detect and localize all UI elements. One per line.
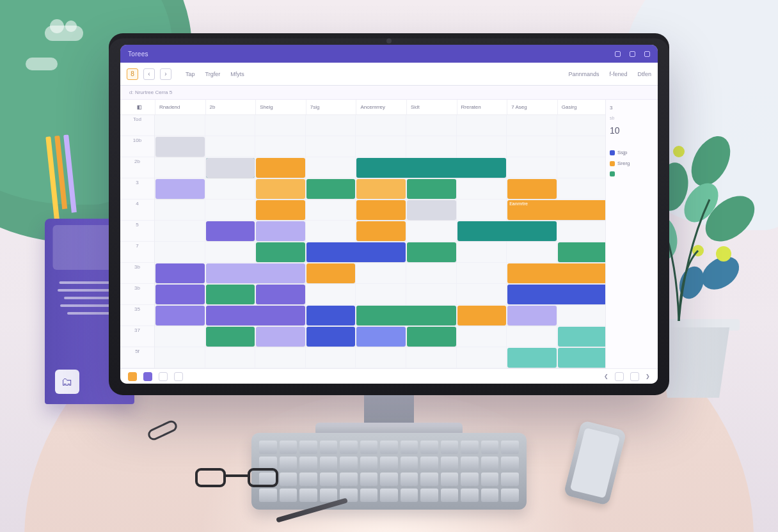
next-button[interactable]: › — [160, 68, 171, 80]
keyboard-prop — [251, 433, 527, 510]
time-slot: 10b — [120, 136, 154, 157]
calendar-event[interactable] — [306, 327, 356, 347]
calendar-event[interactable] — [256, 200, 305, 220]
calendar-event[interactable] — [256, 327, 305, 347]
calendar-event[interactable] — [457, 306, 507, 325]
calendar-event[interactable] — [558, 327, 607, 347]
calendar-event[interactable] — [507, 179, 557, 199]
time-slot: 5f — [120, 347, 154, 368]
calendar-event[interactable] — [306, 306, 356, 325]
window-max-icon[interactable] — [630, 51, 635, 57]
calendar-event[interactable] — [356, 221, 406, 241]
calendar-event[interactable] — [306, 179, 356, 199]
calendar-event[interactable] — [457, 221, 557, 241]
today-button[interactable]: 8 — [127, 68, 138, 80]
col-6[interactable]: Sidt — [406, 100, 457, 114]
calendar-event[interactable] — [356, 306, 456, 325]
calendar-event[interactable] — [256, 242, 305, 262]
calendar-event[interactable] — [256, 158, 305, 178]
calendar-event[interactable] — [155, 137, 205, 157]
calendar-event[interactable] — [507, 348, 557, 368]
calendar-event[interactable] — [206, 306, 305, 325]
time-slot: 35 — [120, 305, 154, 326]
calendar-event[interactable] — [407, 200, 456, 220]
calendar-event[interactable] — [407, 327, 456, 347]
tab-1[interactable]: Tap — [186, 71, 195, 77]
calendar-event[interactable] — [306, 242, 406, 262]
monitor-frame: Torees 8 ‹ › Tap Trgfer Mfyts Pannmands … — [109, 33, 669, 395]
col-9[interactable]: Gasirg — [557, 100, 608, 114]
calendar-event[interactable] — [558, 242, 607, 262]
window-close-icon[interactable] — [644, 51, 650, 57]
view-2[interactable]: f-fened — [609, 71, 627, 77]
calendar-event[interactable] — [206, 221, 255, 241]
side-top: 3 — [610, 105, 654, 111]
time-slot: 37 — [120, 326, 154, 347]
tab-2[interactable]: Trgfer — [205, 71, 221, 77]
legend-item[interactable]: Srerg — [610, 160, 654, 166]
pager-1[interactable] — [615, 372, 624, 381]
calendar-event[interactable]: Eanmrtre — [507, 200, 607, 220]
legend-item[interactable] — [610, 171, 654, 176]
side-big-number: 10 — [610, 125, 654, 136]
window-min-icon[interactable] — [615, 51, 621, 57]
calendar-event[interactable] — [356, 158, 506, 178]
pager-prev[interactable]: ❮ — [604, 373, 608, 379]
calendar-event[interactable] — [206, 327, 255, 347]
view-1[interactable]: Pannmands — [568, 71, 599, 77]
calendar-event[interactable] — [155, 306, 205, 325]
window-titlebar: Torees — [120, 45, 658, 63]
status-icon[interactable] — [159, 372, 168, 381]
calendar-event[interactable] — [256, 179, 305, 199]
glasses-prop — [195, 468, 278, 494]
pager-next[interactable]: ❯ — [646, 373, 650, 379]
time-slot: 7 — [120, 242, 154, 263]
breadcrumb: d: Nrurtree Cerra 5 — [129, 90, 172, 95]
calendar-event[interactable] — [206, 285, 255, 304]
svg-point-11 — [673, 146, 685, 157]
calendar-event[interactable] — [356, 200, 406, 220]
column-headers: ◧ Rnadend 2b Sheig 7sig Ancemrrey Sidt R… — [120, 100, 658, 115]
folder-icon: 🗂 — [55, 370, 79, 394]
legend-item[interactable]: Ssjp — [610, 150, 654, 155]
side-caption: sb — [610, 116, 654, 120]
col-5[interactable]: Ancemrrey — [356, 100, 406, 114]
col-4[interactable]: 7sig — [306, 100, 356, 114]
calendar-event[interactable] — [256, 285, 305, 304]
calendar-event[interactable] — [507, 263, 607, 283]
calendar-event[interactable] — [507, 285, 607, 304]
calendar-event[interactable] — [206, 158, 255, 178]
calendar-event[interactable] — [407, 179, 456, 199]
calendar-event[interactable] — [306, 263, 356, 283]
col-7[interactable]: Rreraten — [457, 100, 507, 114]
calendar-event[interactable] — [256, 221, 305, 241]
status-icon[interactable] — [143, 372, 152, 381]
prev-button[interactable]: ‹ — [143, 68, 155, 80]
calendar-event[interactable] — [407, 242, 456, 262]
calendar-event[interactable] — [155, 263, 205, 283]
time-slot: 4 — [120, 199, 154, 221]
calendar-event[interactable] — [155, 285, 205, 304]
status-icon[interactable] — [174, 372, 183, 381]
view-3[interactable]: Dtfen — [637, 71, 651, 77]
status-icon[interactable] — [128, 372, 137, 381]
calendar-event[interactable] — [206, 263, 305, 283]
time-slot: 3 — [120, 178, 154, 199]
time-slot: 5 — [120, 221, 154, 242]
col-3[interactable]: Sheig — [255, 100, 306, 114]
calendar-event[interactable] — [507, 306, 557, 325]
col-2[interactable]: 2b — [205, 100, 256, 114]
calendar-event[interactable] — [558, 348, 607, 368]
col-8[interactable]: 7 Aseg — [507, 100, 557, 114]
calendar-event[interactable] — [356, 327, 406, 347]
time-slot: 2b — [120, 157, 154, 178]
svg-point-9 — [716, 246, 731, 262]
time-slot: 3b — [120, 263, 154, 284]
calendar-event[interactable] — [356, 179, 406, 199]
calendar-grid[interactable]: Eanmrtre — [155, 115, 658, 368]
pager-2[interactable] — [630, 372, 639, 381]
col-1[interactable]: Rnadend — [155, 100, 205, 114]
status-bar: ❮ ❯ — [120, 368, 658, 384]
calendar-event[interactable] — [155, 179, 205, 199]
tab-3[interactable]: Mfyts — [230, 71, 244, 77]
